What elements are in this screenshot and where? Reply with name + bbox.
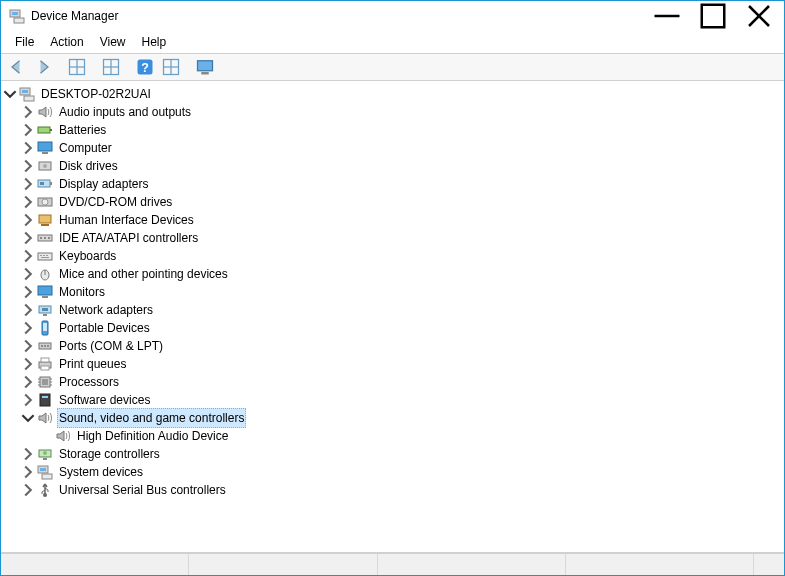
tree-node[interactable]: Network adapters: [21, 301, 782, 319]
keyboard-icon: [37, 248, 53, 264]
tree-node[interactable]: Sound, video and game controllers: [21, 409, 782, 427]
tree-node[interactable]: Audio inputs and outputs: [21, 103, 782, 121]
ide-icon: [37, 230, 53, 246]
chevron-right-icon[interactable]: [21, 123, 35, 137]
tree-node[interactable]: Keyboards: [21, 247, 782, 265]
monitor-icon: [37, 140, 53, 156]
chevron-right-icon[interactable]: [21, 447, 35, 461]
statusbar: [1, 553, 784, 575]
software-icon: [37, 392, 53, 408]
toolbar-scan-button[interactable]: [159, 56, 183, 78]
chevron-right-icon[interactable]: [21, 321, 35, 335]
status-resize-grip[interactable]: [754, 554, 784, 575]
tree-node[interactable]: Human Interface Devices: [21, 211, 782, 229]
tree-node-label: Processors: [57, 373, 121, 391]
chevron-right-icon[interactable]: [21, 465, 35, 479]
tree-node-label: DESKTOP-02R2UAI: [39, 85, 153, 103]
menu-file[interactable]: File: [7, 33, 42, 51]
app-icon: [9, 8, 25, 24]
toolbar-extra-button[interactable]: [193, 56, 217, 78]
tree-node[interactable]: Software devices: [21, 391, 782, 409]
tree-node[interactable]: Disk drives: [21, 157, 782, 175]
chevron-down-icon[interactable]: [3, 87, 17, 101]
tree-node-label: Audio inputs and outputs: [57, 103, 193, 121]
tree-node[interactable]: Mice and other pointing devices: [21, 265, 782, 283]
chevron-right-icon[interactable]: [21, 213, 35, 227]
tree-node[interactable]: Processors: [21, 373, 782, 391]
tree-node[interactable]: Ports (COM & LPT): [21, 337, 782, 355]
tree-node[interactable]: IDE ATA/ATAPI controllers: [21, 229, 782, 247]
back-button[interactable]: [5, 56, 29, 78]
forward-button[interactable]: [31, 56, 55, 78]
tree-node[interactable]: Storage controllers: [21, 445, 782, 463]
tree-node[interactable]: High Definition Audio Device: [39, 427, 782, 445]
minimize-button[interactable]: [644, 1, 690, 31]
tree-node[interactable]: Computer: [21, 139, 782, 157]
system-icon: [37, 464, 53, 480]
cpu-icon: [37, 374, 53, 390]
chevron-right-icon[interactable]: [21, 105, 35, 119]
sound-icon: [55, 428, 71, 444]
menu-help[interactable]: Help: [134, 33, 175, 51]
tree-node[interactable]: Monitors: [21, 283, 782, 301]
tree-node-label: Ports (COM & LPT): [57, 337, 165, 355]
tree-node[interactable]: Display adapters: [21, 175, 782, 193]
chevron-right-icon[interactable]: [21, 249, 35, 263]
maximize-button[interactable]: [690, 1, 736, 31]
chevron-right-icon[interactable]: [21, 285, 35, 299]
chevron-down-icon[interactable]: [21, 411, 35, 425]
chevron-right-icon[interactable]: [21, 339, 35, 353]
chevron-right-icon[interactable]: [21, 393, 35, 407]
toolbar-properties-button[interactable]: [99, 56, 123, 78]
monitor-icon: [37, 284, 53, 300]
chevron-right-icon[interactable]: [21, 303, 35, 317]
status-segment: [189, 554, 377, 575]
tree-view[interactable]: DESKTOP-02R2UAIAudio inputs and outputsB…: [1, 81, 784, 553]
tree-node[interactable]: Portable Devices: [21, 319, 782, 337]
tree-node-label: IDE ATA/ATAPI controllers: [57, 229, 200, 247]
tree-node-label: Storage controllers: [57, 445, 162, 463]
printer-icon: [37, 356, 53, 372]
battery-icon: [37, 122, 53, 138]
tree-node[interactable]: DESKTOP-02R2UAI: [3, 85, 782, 103]
tree-node-label: DVD/CD-ROM drives: [57, 193, 174, 211]
chevron-right-icon[interactable]: [21, 483, 35, 497]
tree-node-label: Network adapters: [57, 301, 155, 319]
tree-node[interactable]: Batteries: [21, 121, 782, 139]
close-button[interactable]: [736, 1, 782, 31]
menu-action[interactable]: Action: [42, 33, 91, 51]
tree-node-label: Portable Devices: [57, 319, 152, 337]
device-manager-window: Device Manager File Action View Help DES…: [0, 0, 785, 576]
toolbar-grid-button[interactable]: [65, 56, 89, 78]
status-segment: [378, 554, 566, 575]
tree-node[interactable]: Universal Serial Bus controllers: [21, 481, 782, 499]
tree-node[interactable]: Print queues: [21, 355, 782, 373]
menu-view[interactable]: View: [92, 33, 134, 51]
chevron-right-icon[interactable]: [21, 159, 35, 173]
tree-node[interactable]: System devices: [21, 463, 782, 481]
chevron-right-icon[interactable]: [21, 195, 35, 209]
sound-icon: [37, 410, 53, 426]
window-title: Device Manager: [31, 9, 118, 23]
titlebar[interactable]: Device Manager: [1, 1, 784, 31]
portable-icon: [37, 320, 53, 336]
chevron-right-icon[interactable]: [21, 177, 35, 191]
status-segment: [566, 554, 754, 575]
storage-icon: [37, 446, 53, 462]
window-controls: [644, 1, 782, 31]
tree-node-label: Sound, video and game controllers: [57, 408, 246, 428]
tree-node-label: Print queues: [57, 355, 128, 373]
chevron-right-icon[interactable]: [21, 267, 35, 281]
tree-node[interactable]: DVD/CD-ROM drives: [21, 193, 782, 211]
chevron-right-icon[interactable]: [21, 375, 35, 389]
menubar: File Action View Help: [1, 31, 784, 53]
chevron-right-icon[interactable]: [21, 357, 35, 371]
toolbar-help-button[interactable]: [133, 56, 157, 78]
network-icon: [37, 302, 53, 318]
tree-node-label: Universal Serial Bus controllers: [57, 481, 228, 499]
chevron-right-icon[interactable]: [21, 231, 35, 245]
chevron-right-icon[interactable]: [21, 141, 35, 155]
tree-node-label: Human Interface Devices: [57, 211, 196, 229]
speaker-icon: [37, 104, 53, 120]
tree-node-label: Disk drives: [57, 157, 120, 175]
